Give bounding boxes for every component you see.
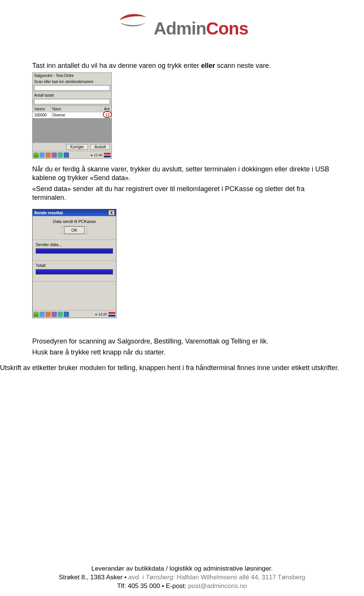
paragraph-2: Når du er ferdig å skanne varer, trykker… bbox=[32, 165, 332, 182]
taskbar-icon[interactable] bbox=[46, 312, 51, 317]
avslutt-button[interactable]: Avslutt bbox=[90, 144, 110, 150]
close-icon[interactable]: X bbox=[108, 210, 115, 215]
progress-totalt bbox=[36, 269, 113, 274]
flag-icon bbox=[104, 153, 111, 157]
paragraph-intro: Tast inn antallet du vil ha av denne var… bbox=[32, 61, 332, 70]
footer-l3a: Tlf: 405 35 000 • E-post: bbox=[117, 582, 188, 590]
sender-label: Sender data... bbox=[36, 242, 113, 247]
window-title: Salgsordre - Test-Ordre bbox=[33, 73, 111, 78]
ok-button[interactable]: OK bbox=[64, 226, 85, 234]
table-row[interactable]: 100000 Diverse 12 bbox=[33, 112, 111, 118]
screenshot-sende-resultat-dialog: Sende resultat X Data sendt til PCKasse … bbox=[32, 209, 116, 318]
antall-label: Antall tastet bbox=[33, 92, 111, 98]
taskbar-icon[interactable] bbox=[52, 312, 57, 317]
dialog-titlebar: Sende resultat X bbox=[33, 209, 116, 216]
taskbar-icon[interactable] bbox=[64, 312, 69, 317]
dialog-title: Sende resultat bbox=[34, 210, 63, 215]
footer-l3b: post@admincons.no bbox=[188, 582, 247, 590]
footer-line3: Tlf: 405 35 000 • E-post: post@admincons… bbox=[0, 582, 364, 591]
start-icon[interactable] bbox=[33, 152, 39, 158]
scan-label: Scan eller tast inn strekkode/varenr bbox=[33, 78, 111, 85]
header-varenr: Varenr bbox=[33, 106, 51, 112]
paragraph-4: Prosedyren for scanning av Salgsordre, B… bbox=[32, 337, 332, 346]
dialog-message: Data sendt til PCKasse bbox=[36, 219, 113, 224]
taskbar-icon[interactable] bbox=[58, 152, 63, 158]
highlight-circle-icon bbox=[103, 111, 112, 118]
footer-line2: Strøket 8., 1383 Asker • avd. i Tønsberg… bbox=[0, 573, 364, 582]
header-logo: AdminCons bbox=[0, 8, 364, 39]
paragraph-6: Utskrift av etiketter bruker modulen for… bbox=[0, 364, 364, 372]
p1-text-c: scann neste vare. bbox=[215, 62, 271, 69]
p1-text-a: Tast inn antallet du vil ha av denne var… bbox=[32, 62, 201, 69]
flag-icon bbox=[108, 312, 115, 317]
cell-varenr: 100000 bbox=[33, 112, 51, 118]
screenshot-salgsordre-window: Salgsordre - Test-Ordre Scan eller tast … bbox=[32, 72, 112, 159]
p1-text-bold: eller bbox=[201, 62, 215, 69]
progress-sender bbox=[36, 248, 113, 254]
taskbar-icon[interactable] bbox=[39, 152, 45, 158]
paragraph-3: «Send data» sender alt du har registrert… bbox=[32, 185, 332, 202]
taskbar-icon[interactable] bbox=[58, 312, 63, 317]
page-footer: Leverandør av butikkdata / logistikk og … bbox=[0, 565, 364, 591]
taskbar-icon[interactable] bbox=[46, 152, 51, 158]
footer-l2c: Halfdan Wilhelmsens allé 44, 3117 Tønsbe… bbox=[177, 574, 305, 581]
dialog-spacer bbox=[33, 281, 116, 310]
start-icon[interactable] bbox=[33, 312, 39, 317]
swirl-icon bbox=[116, 8, 150, 30]
cell-ant: 12 bbox=[101, 112, 111, 118]
korriger-button[interactable]: Korriger bbox=[66, 144, 88, 150]
cell-navn: Diverse bbox=[51, 112, 101, 118]
taskbar-icon[interactable] bbox=[52, 152, 57, 158]
taskbar: ▸ 11:40 bbox=[33, 151, 111, 158]
logo-text-admin: Admin bbox=[154, 19, 206, 38]
taskbar: ▸ 13:25 bbox=[33, 310, 116, 318]
table-headers: Varenr Navn Ant bbox=[33, 106, 111, 112]
quantity-input[interactable] bbox=[34, 99, 110, 104]
taskbar-icon[interactable] bbox=[39, 312, 45, 317]
footer-l2a: Strøket 8., 1383 Asker • bbox=[59, 574, 129, 581]
paragraph-5: Husk bare å trykke rett knapp når du sta… bbox=[32, 348, 332, 357]
taskbar-clock: ▸ 13:25 bbox=[96, 312, 108, 316]
header-navn: Navn bbox=[51, 106, 101, 112]
taskbar-clock: ▸ 11:40 bbox=[91, 153, 103, 157]
logo-text-cons: Cons bbox=[206, 19, 248, 38]
barcode-input[interactable] bbox=[34, 85, 110, 91]
grid-empty-area bbox=[33, 118, 111, 143]
footer-l2b: avd. i Tønsberg: bbox=[129, 574, 177, 581]
footer-line1: Leverandør av butikkdata / logistikk og … bbox=[0, 565, 364, 573]
totalt-label: Totalt bbox=[36, 263, 113, 268]
taskbar-icon[interactable] bbox=[64, 152, 69, 158]
